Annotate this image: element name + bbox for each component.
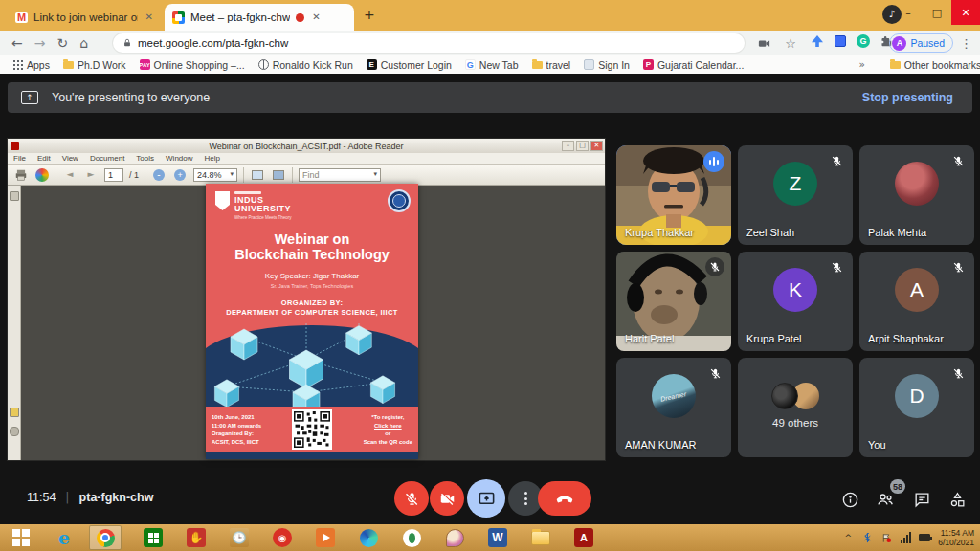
- clip-panel-icon[interactable]: [10, 427, 19, 436]
- window-minimize-button[interactable]: –: [894, 0, 923, 25]
- bookmark-item[interactable]: Ronaldo Kick Run: [258, 59, 353, 71]
- menu-view[interactable]: View: [62, 154, 78, 163]
- file-explorer-icon[interactable]: [529, 526, 552, 549]
- activities-button[interactable]: [947, 489, 968, 510]
- avatar: Z: [773, 162, 817, 206]
- internet-explorer-icon[interactable]: e: [53, 526, 76, 549]
- tab-close-icon[interactable]: ✕: [144, 11, 155, 24]
- full-screen-icon[interactable]: [271, 167, 286, 183]
- start-button[interactable]: [10, 526, 33, 549]
- menu-tools[interactable]: Tools: [136, 154, 154, 163]
- extension-arrow-icon[interactable]: [810, 33, 825, 49]
- extension-book-icon[interactable]: [833, 33, 848, 49]
- next-page-icon[interactable]: ►: [83, 167, 99, 183]
- reload-icon[interactable]: ↻: [56, 36, 68, 50]
- action-flag-icon[interactable]: [880, 532, 892, 543]
- stop-presenting-button[interactable]: Stop presenting: [862, 91, 953, 104]
- menu-window[interactable]: Window: [166, 154, 192, 163]
- menu-file[interactable]: File: [13, 154, 26, 163]
- edge-icon[interactable]: [357, 526, 380, 549]
- tab-close-icon[interactable]: ✕: [310, 11, 322, 24]
- bookmark-item[interactable]: PAYOnline Shopping –...: [140, 59, 245, 71]
- white-circle-app-icon[interactable]: [400, 526, 423, 549]
- participant-tile[interactable]: Z Zeel Shah: [738, 145, 853, 245]
- attachments-panel-icon[interactable]: [10, 408, 19, 417]
- participant-tile[interactable]: Krupa Thakkar: [616, 145, 731, 245]
- other-bookmarks[interactable]: Other bookmarks: [890, 59, 980, 71]
- participant-tile[interactable]: Harit Patel: [616, 252, 731, 351]
- address-bar[interactable]: meet.google.com/pta-fgkn-chw: [113, 33, 745, 53]
- hidden-icons-chevron[interactable]: ^: [842, 532, 854, 543]
- reader-titlebar[interactable]: Webinar on Blockchain_ACSIT.pdf - Adobe …: [8, 139, 605, 153]
- battery-icon[interactable]: [919, 532, 930, 543]
- menu-document[interactable]: Document: [90, 154, 124, 163]
- chrome-taskbar-icon[interactable]: [89, 525, 122, 550]
- outlook-icon[interactable]: 🕒: [228, 526, 251, 549]
- zoom-level-select[interactable]: 24.8%▾: [193, 168, 237, 182]
- bookmark-item[interactable]: ECustomer Login: [367, 59, 452, 71]
- bookmark-item[interactable]: Ph.D Work: [63, 59, 126, 71]
- page-width-icon[interactable]: [250, 167, 265, 183]
- taskbar-clock[interactable]: 11:54 AM 6/10/2021: [938, 528, 974, 547]
- tab-meet[interactable]: Meet – pta-fgkn-chw ✕: [165, 4, 354, 31]
- profile-chip[interactable]: A Paused: [889, 33, 953, 53]
- grammarly-icon[interactable]: G: [856, 33, 871, 49]
- mic-off-icon: [827, 151, 846, 170]
- self-tile[interactable]: D You: [859, 358, 974, 457]
- menu-edit[interactable]: Edit: [37, 154, 51, 163]
- bookmarks-overflow-icon[interactable]: »: [858, 59, 864, 70]
- word-icon[interactable]: W: [486, 526, 509, 549]
- microsoft-store-icon[interactable]: [142, 526, 165, 549]
- tab-gmail[interactable]: M Link to join webinar on "Blockch ✕: [8, 4, 163, 31]
- zoom-in-icon[interactable]: +: [172, 167, 188, 183]
- acrobat-share-icon[interactable]: [34, 167, 50, 183]
- register-link[interactable]: Click here: [364, 422, 412, 430]
- page-number-input[interactable]: [104, 168, 123, 182]
- bookmark-item[interactable]: travel: [532, 59, 571, 71]
- bluetooth-icon[interactable]: [861, 532, 873, 543]
- bookmark-item[interactable]: PGujarati Calendar...: [643, 59, 744, 71]
- back-icon[interactable]: ←: [11, 36, 23, 50]
- bookmark-apps[interactable]: Apps: [13, 59, 50, 71]
- mic-toggle-button[interactable]: [394, 481, 429, 516]
- participant-tile[interactable]: A Arpit Shaphakar: [859, 252, 974, 351]
- forward-icon[interactable]: →: [34, 36, 46, 50]
- pages-panel-icon[interactable]: [10, 191, 19, 201]
- adobe-reader-taskbar-icon[interactable]: A: [572, 526, 595, 549]
- gom-player-icon[interactable]: ◉: [271, 526, 294, 549]
- chat-button[interactable]: [911, 489, 932, 510]
- tray-date: 6/10/2021: [938, 538, 974, 547]
- menu-help[interactable]: Help: [205, 154, 220, 163]
- leave-call-button[interactable]: [538, 481, 591, 516]
- bookmark-item[interactable]: GNew Tab: [465, 59, 519, 71]
- paint-icon[interactable]: [443, 526, 466, 549]
- window-close-button[interactable]: ✕: [951, 0, 980, 25]
- browser-menu-icon[interactable]: ⋮: [960, 33, 972, 53]
- bookmark-item[interactable]: Sign In: [584, 59, 630, 71]
- reader-close-button[interactable]: ✕: [590, 141, 603, 151]
- print-icon[interactable]: [13, 167, 29, 183]
- participant-tile[interactable]: Dreamer AMAN KUMAR: [616, 358, 731, 457]
- home-icon[interactable]: ⌂: [79, 36, 88, 50]
- participants-overflow-tile[interactable]: 49 others: [738, 358, 853, 457]
- previous-page-icon[interactable]: ◄: [62, 167, 78, 183]
- participant-tile[interactable]: K Krupa Patel: [738, 252, 853, 351]
- network-signal-icon[interactable]: [900, 532, 911, 543]
- poster-speaker: Key Speaker: Jigar Thakkar: [206, 272, 418, 280]
- reader-minimize-button[interactable]: –: [562, 141, 574, 151]
- present-button[interactable]: [467, 479, 505, 518]
- red-app-icon[interactable]: ✋: [185, 526, 208, 549]
- bookmark-star-icon[interactable]: ☆: [785, 33, 796, 53]
- zoom-out-icon[interactable]: -: [151, 167, 167, 183]
- window-maximize-button[interactable]: □: [923, 0, 951, 25]
- participant-tile[interactable]: Palak Mehta: [859, 145, 974, 245]
- camera-toggle-button[interactable]: [430, 481, 464, 516]
- meet-main-area: ↑ You're presenting to everyone Stop pre…: [0, 74, 980, 524]
- participant-count-badge: 58: [890, 479, 905, 494]
- reader-restore-button[interactable]: □: [576, 141, 589, 151]
- media-player-icon[interactable]: [314, 526, 337, 549]
- find-input[interactable]: Find▾: [299, 168, 381, 182]
- new-tab-button[interactable]: +: [364, 8, 375, 21]
- camera-icon[interactable]: [757, 33, 771, 53]
- meeting-details-button[interactable]: [839, 489, 860, 510]
